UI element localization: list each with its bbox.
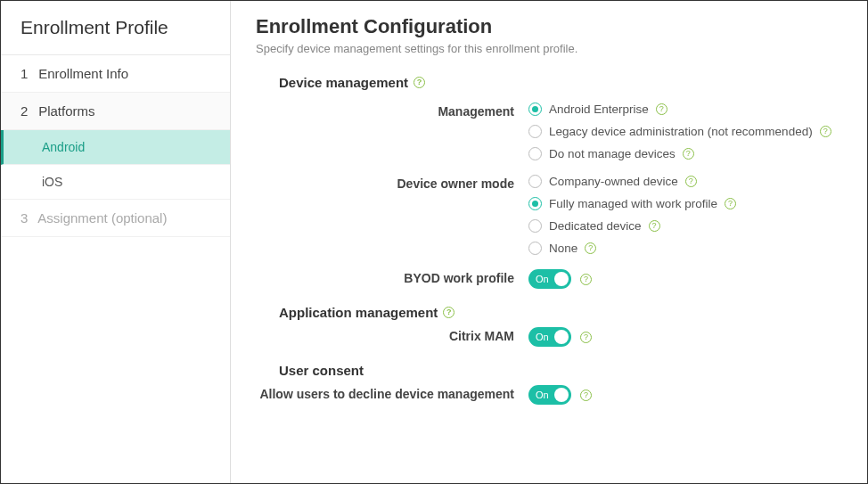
toggle-byod[interactable]: On	[528, 269, 571, 289]
radio-android-enterprise[interactable]: Android Enterprise	[528, 103, 842, 116]
radio-fully-managed[interactable]: Fully managed with work profile	[528, 197, 842, 210]
toggle-state-label: On	[536, 390, 549, 400]
field-owner-mode: Device owner mode Company-owned device F…	[256, 175, 842, 255]
radio-legacy-admin[interactable]: Legacy device administration (not recomm…	[528, 125, 842, 138]
radio-group-owner-mode: Company-owned device Fully managed with …	[528, 175, 842, 255]
help-icon[interactable]	[585, 242, 596, 254]
nav-sub-ios[interactable]: iOS	[1, 165, 230, 200]
radio-label: Android Enterprise	[549, 103, 649, 116]
radio-label: Company-owned device	[549, 175, 678, 188]
nav-sub-label: Android	[42, 140, 85, 154]
radio-input[interactable]	[528, 103, 542, 116]
nav-step-label: Assignment (optional)	[37, 210, 167, 226]
nav-step-number: 3	[20, 210, 35, 226]
toggle-state-label: On	[536, 332, 549, 342]
field-label: BYOD work profile	[256, 269, 528, 285]
help-icon[interactable]	[580, 274, 592, 285]
nav-sub-android[interactable]: Android	[1, 130, 230, 165]
toggle-control: On	[528, 385, 842, 405]
radio-input[interactable]	[528, 219, 542, 233]
field-label: Citrix MAM	[256, 327, 528, 343]
nav-step-label: Platforms	[38, 103, 94, 119]
help-icon[interactable]	[656, 103, 667, 115]
toggle-control: On	[528, 327, 842, 347]
section-application-management: Application management	[279, 305, 842, 320]
toggle-knob	[554, 330, 569, 344]
main-content: Enrollment Configuration Specify device …	[231, 1, 867, 483]
help-icon[interactable]	[443, 307, 454, 318]
radio-do-not-manage[interactable]: Do not manage devices	[528, 147, 842, 160]
section-user-consent: User consent	[279, 363, 842, 378]
section-device-management: Device management	[279, 75, 842, 90]
toggle-knob	[554, 272, 569, 286]
radio-label: Fully managed with work profile	[549, 197, 717, 210]
toggle-knob	[554, 388, 569, 402]
field-byod: BYOD work profile On	[256, 269, 842, 289]
nav-step-number: 1	[20, 66, 35, 81]
page-title: Enrollment Configuration	[256, 15, 842, 38]
field-decline-management: Allow users to decline device management…	[256, 385, 842, 405]
radio-input[interactable]	[528, 197, 542, 210]
radio-company-owned[interactable]: Company-owned device	[528, 175, 842, 188]
radio-label: None	[549, 242, 577, 255]
field-label: Device owner mode	[256, 175, 528, 191]
field-label: Allow users to decline device management	[256, 385, 528, 401]
page-subtitle: Specify device management settings for t…	[256, 42, 842, 55]
field-citrix-mam: Citrix MAM On	[256, 327, 842, 347]
help-icon[interactable]	[820, 126, 831, 137]
help-icon[interactable]	[414, 77, 425, 88]
nav-step-number: 2	[20, 103, 35, 119]
nav-assignment[interactable]: 3 Assignment (optional)	[1, 200, 230, 237]
help-icon[interactable]	[649, 220, 660, 232]
nav-platforms[interactable]: 2 Platforms	[1, 93, 230, 130]
toggle-control: On	[528, 269, 842, 289]
radio-label: Legacy device administration (not recomm…	[549, 125, 813, 138]
radio-none[interactable]: None	[528, 242, 842, 255]
sidebar-title: Enrollment Profile	[1, 1, 230, 55]
radio-input[interactable]	[528, 125, 542, 138]
radio-input[interactable]	[528, 147, 542, 160]
section-heading-text: User consent	[279, 363, 364, 378]
help-icon[interactable]	[580, 332, 592, 343]
nav-enrollment-info[interactable]: 1 Enrollment Info	[1, 55, 230, 93]
radio-group-management: Android Enterprise Legacy device adminis…	[528, 103, 842, 160]
radio-label: Dedicated device	[549, 219, 642, 233]
help-icon[interactable]	[683, 148, 694, 160]
nav-sub-label: iOS	[42, 175, 62, 189]
field-management: Management Android Enterprise Legacy dev…	[256, 103, 842, 160]
radio-input[interactable]	[528, 175, 542, 188]
nav-step-label: Enrollment Info	[38, 66, 128, 81]
toggle-citrix-mam[interactable]: On	[528, 327, 571, 347]
radio-label: Do not manage devices	[549, 147, 676, 160]
help-icon[interactable]	[725, 198, 736, 209]
radio-input[interactable]	[528, 242, 542, 255]
sidebar: Enrollment Profile 1 Enrollment Info 2 P…	[1, 1, 231, 483]
section-heading-text: Application management	[279, 305, 438, 320]
toggle-decline[interactable]: On	[528, 385, 571, 405]
section-heading-text: Device management	[279, 75, 408, 90]
help-icon[interactable]	[685, 176, 697, 187]
toggle-state-label: On	[536, 274, 549, 284]
field-label: Management	[256, 103, 528, 119]
help-icon[interactable]	[580, 390, 592, 401]
radio-dedicated-device[interactable]: Dedicated device	[528, 219, 842, 233]
